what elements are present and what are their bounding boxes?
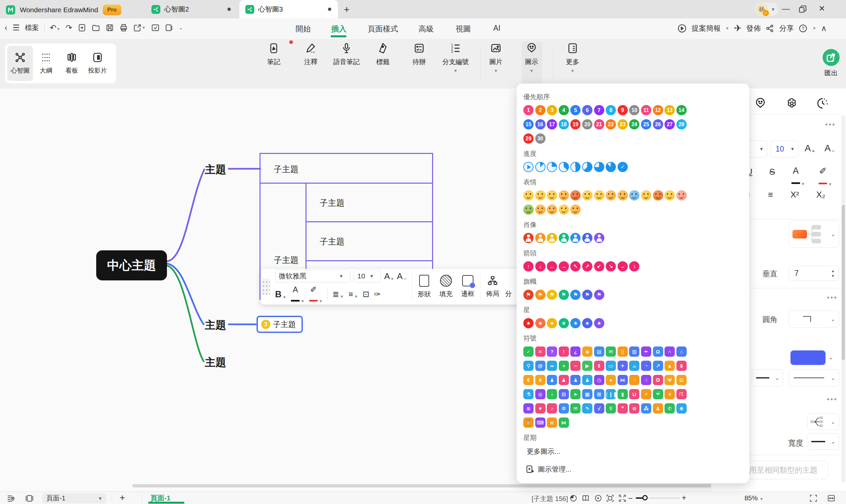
- symbol-microscope-icon[interactable]: ⚗: [523, 389, 534, 399]
- highlight-color-button[interactable]: ✐▼: [818, 166, 832, 186]
- highlight-color-button[interactable]: ✐▼: [309, 285, 323, 304]
- share-button[interactable]: 分享: [779, 23, 794, 33]
- symbol-formula-icon[interactable]: √: [594, 403, 604, 414]
- arrow-2-icon[interactable]: ↓: [535, 261, 546, 271]
- symbol-mobile-icon[interactable]: ▯: [618, 346, 628, 357]
- play-circle-icon[interactable]: [677, 23, 687, 33]
- border-button[interactable]: 邊框: [457, 269, 479, 305]
- priority-11-icon[interactable]: 11: [641, 105, 651, 115]
- tool-todo[interactable]: 待辦: [403, 42, 435, 73]
- tool-voice-note[interactable]: 語音筆記: [327, 42, 366, 73]
- font-color-button[interactable]: A▼: [792, 166, 805, 186]
- priority-21-icon[interactable]: 21: [594, 119, 604, 129]
- emoji-confused-icon[interactable]: [606, 190, 616, 200]
- priority-8-icon[interactable]: 8: [606, 105, 616, 115]
- priority-25-icon[interactable]: 25: [641, 119, 651, 129]
- priority-7-icon[interactable]: 7: [594, 105, 604, 115]
- paper-plane-icon[interactable]: ✈: [734, 23, 742, 34]
- symbol-pause-icon[interactable]: ‖: [594, 361, 604, 371]
- symbol-line-chart-icon[interactable]: ↗: [653, 361, 663, 371]
- present-button[interactable]: 提案簡報: [692, 23, 721, 33]
- tool-icon-mark[interactable]: 圖示 ▼: [516, 42, 548, 73]
- priority-10-icon[interactable]: 10: [629, 105, 639, 115]
- priority-14-icon[interactable]: 14: [676, 105, 687, 115]
- symbol-globe-grid-icon[interactable]: ⊕: [676, 403, 687, 414]
- hamburger-menu-icon[interactable]: ☰: [13, 24, 20, 32]
- symbol-gear-icon[interactable]: ⚙: [559, 403, 569, 414]
- symbol-sunny-icon[interactable]: ☀: [664, 389, 675, 399]
- symbol-edit-icon[interactable]: ✎: [582, 403, 592, 414]
- pro-badge[interactable]: Pro: [103, 5, 121, 15]
- flag-1-icon[interactable]: ⚑: [523, 290, 534, 300]
- font-color-button[interactable]: A▼: [291, 285, 305, 304]
- symbol-check-icon[interactable]: ✓: [523, 346, 534, 357]
- emoji-shocked-icon[interactable]: [594, 190, 604, 200]
- symbol-minus-icon[interactable]: −: [570, 361, 581, 371]
- branch-shape-select[interactable]: ⌄: [807, 414, 839, 430]
- priority-12-icon[interactable]: 12: [653, 105, 663, 115]
- symbol-edrawmind-icon[interactable]: ⋈: [559, 417, 569, 428]
- flag-3-icon[interactable]: ⚑: [547, 290, 557, 300]
- emoji-sobbing-icon[interactable]: [582, 190, 592, 200]
- tab-page-style[interactable]: 頁面樣式: [368, 24, 398, 34]
- symbol-medal-icon[interactable]: ✪: [653, 375, 663, 385]
- font-decrease-button[interactable]: A−: [397, 271, 407, 282]
- fit-frame-icon[interactable]: [606, 494, 614, 502]
- layout-button[interactable]: 佈局: [482, 269, 503, 305]
- priority-1-icon[interactable]: 1: [523, 105, 534, 115]
- font-decrease-button[interactable]: A−: [825, 143, 834, 154]
- tool-note[interactable]: 筆記: [258, 42, 290, 73]
- fullscreen-icon[interactable]: [809, 494, 817, 502]
- progress-87.5-icon[interactable]: [606, 162, 616, 172]
- emoji-partying-icon[interactable]: [559, 204, 569, 215]
- arrow-9-icon[interactable]: ↔: [618, 261, 628, 271]
- mouse-mode-icon[interactable]: [569, 494, 577, 502]
- numbered-list-button[interactable]: ≣▼: [332, 290, 344, 299]
- priority-2-icon[interactable]: 2: [535, 105, 546, 115]
- emoji-grinning-icon[interactable]: [523, 190, 534, 200]
- priority-19-icon[interactable]: 19: [570, 119, 581, 129]
- portrait-6-icon[interactable]: [582, 233, 592, 243]
- tab-view[interactable]: 視圖: [455, 24, 471, 34]
- symbol-user-blue-icon[interactable]: ♟: [547, 375, 557, 385]
- symbol-users-icon[interactable]: ♟: [582, 375, 592, 385]
- bold-button[interactable]: B▼: [275, 289, 286, 300]
- symbol-gamepad-icon[interactable]: ⌨: [535, 417, 546, 428]
- priority-13-icon[interactable]: 13: [664, 105, 675, 115]
- symbol-rocket-icon[interactable]: ➤: [570, 389, 581, 399]
- symbol-dollar-icon[interactable]: $: [676, 361, 687, 371]
- table-cell[interactable]: 子主題: [307, 222, 432, 261]
- priority-20-icon[interactable]: 20: [582, 119, 592, 129]
- layout-style-select[interactable]: ⌄: [789, 221, 839, 248]
- emoji-vomiting-icon[interactable]: [523, 204, 534, 215]
- flag-6-icon[interactable]: ⚑: [582, 290, 592, 300]
- portrait-4-icon[interactable]: [559, 233, 569, 243]
- fill-button[interactable]: 填充: [435, 269, 457, 305]
- priority-16-icon[interactable]: 16: [535, 119, 546, 129]
- symbol-group-icon[interactable]: ♟: [653, 403, 663, 414]
- symbol-at-icon[interactable]: @: [535, 361, 546, 371]
- emoji-smiling-icon[interactable]: [535, 190, 546, 200]
- emoji-angry-icon[interactable]: [570, 190, 581, 200]
- symbol-globe-icon[interactable]: ♁: [547, 389, 557, 399]
- shape-button[interactable]: 形狀: [413, 269, 435, 305]
- symbol-heart-icon[interactable]: ♥: [535, 403, 546, 414]
- symbol-battery-icon[interactable]: ▮: [618, 389, 628, 399]
- emoji-heart-eyes-icon[interactable]: [676, 190, 687, 200]
- arrow-8-icon[interactable]: ↘: [606, 261, 616, 271]
- table-cell[interactable]: 子主題: [307, 184, 432, 222]
- symbol-rainy-icon[interactable]: ☔: [653, 389, 663, 399]
- symbol-plane-icon[interactable]: ✈: [618, 361, 628, 371]
- star-3-icon[interactable]: ★: [547, 318, 557, 328]
- symbol-layers-icon[interactable]: ◈: [582, 346, 592, 357]
- save-icon[interactable]: [105, 23, 114, 32]
- priority-28-icon[interactable]: 28: [676, 119, 687, 129]
- more-options-icon[interactable]: •••: [825, 120, 836, 129]
- arrow-4-icon[interactable]: →: [559, 261, 569, 271]
- fit-width-icon[interactable]: [827, 494, 835, 502]
- apply-to-same-type-button[interactable]: 用至相同類型的主題: [744, 461, 828, 479]
- star-1-icon[interactable]: ★: [523, 318, 534, 328]
- progress-12.5-icon[interactable]: [535, 162, 546, 172]
- collapse-ribbon-icon[interactable]: ∧: [821, 24, 827, 33]
- account-menu[interactable]: 杨 ✓ ▼: [755, 3, 779, 16]
